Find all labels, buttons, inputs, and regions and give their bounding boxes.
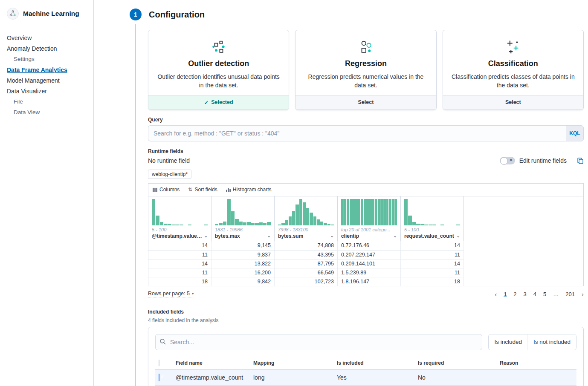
cell: 13,822: [211, 259, 275, 268]
sidebar-item-anomaly-detection[interactable]: Anomaly Detection: [7, 43, 90, 54]
column-sort-control[interactable]: @timestamp.value_count: [152, 233, 208, 239]
cell: 11: [401, 250, 464, 259]
pagination-ellipsis: …: [553, 291, 559, 297]
query-bar: KQL: [148, 125, 584, 141]
card-description: Classification predicts classes of data …: [451, 72, 576, 90]
table-row: 14 9,145 74,808 0.72.176.46 14: [148, 241, 583, 250]
filter-is-included-button[interactable]: Is included: [489, 334, 527, 350]
column-header-request-value-count: 5 - 100 request.value_count: [401, 196, 464, 241]
page-2-button[interactable]: 2: [513, 291, 516, 297]
runtime-fields-label: Runtime fields: [148, 148, 584, 154]
page-201-button[interactable]: 201: [565, 291, 575, 297]
column-range: 1831 - 19986: [215, 227, 271, 232]
page-4-button[interactable]: 4: [533, 291, 536, 297]
field-name-cell: @timestamp.value_count: [176, 374, 253, 381]
cell: 18: [401, 277, 464, 286]
page-title: Configuration: [149, 10, 205, 20]
next-page-icon[interactable]: [582, 291, 584, 298]
mapping-cell: long: [253, 374, 337, 381]
regression-icon: [303, 38, 428, 57]
page-1-button[interactable]: 1: [504, 291, 507, 297]
regression-select-button[interactable]: Select: [295, 95, 436, 109]
cell: 9,842: [211, 277, 275, 286]
filter-is-not-included-button[interactable]: Is not included: [527, 334, 576, 350]
histogram-chart: [341, 199, 397, 225]
chevron-down-icon[interactable]: [394, 233, 397, 238]
cell: 87,795: [275, 259, 338, 268]
query-input[interactable]: [148, 125, 566, 141]
card-regression: Regression Regression predicts numerical…: [295, 30, 436, 110]
card-title: Classification: [451, 59, 576, 68]
chevron-down-icon[interactable]: [330, 233, 334, 238]
chevron-down-icon[interactable]: [267, 233, 271, 238]
select-all-checkbox[interactable]: [159, 360, 159, 366]
fields-filter-group: Is included Is not included: [488, 334, 576, 350]
classification-icon: [451, 38, 576, 57]
sidebar-item-data-frame-analytics[interactable]: Data Frame Analytics: [7, 64, 90, 75]
columns-button[interactable]: Columns: [153, 187, 180, 193]
sidebar-header: Machine Learning: [7, 8, 90, 20]
classification-select-button[interactable]: Select: [443, 95, 583, 109]
rows-per-page-button[interactable]: Rows per page: 5: [148, 291, 194, 297]
data-grid-body: 14 9,145 74,808 0.72.176.46 14 11 9,837 …: [148, 241, 583, 286]
kql-language-button[interactable]: KQL: [566, 125, 584, 141]
runtime-fields-row: No runtime field Edit runtime fields: [148, 157, 584, 164]
chevron-down-icon[interactable]: [457, 233, 460, 238]
table-header-row: Field name Mapping Is included Is requir…: [155, 357, 576, 370]
sidebar-item-file[interactable]: File: [14, 96, 90, 107]
grid-pagination-row: Rows per page: 5 1 2 3 4 5 … 201: [148, 291, 584, 298]
cell: 14: [148, 259, 211, 268]
runtime-fields-status: No runtime field: [148, 157, 190, 164]
machine-learning-app-icon: [7, 8, 19, 20]
column-sort-control[interactable]: bytes.max: [215, 233, 271, 239]
column-sort-control[interactable]: clientip: [341, 233, 397, 239]
histogram-chart: [278, 199, 334, 225]
sort-fields-button[interactable]: ⇅ Sort fields: [188, 187, 217, 193]
card-title: Outlier detection: [156, 59, 281, 68]
sidebar-item-data-view[interactable]: Data View: [14, 107, 90, 118]
configuration-content: Outlier detection Outlier detection iden…: [148, 30, 584, 386]
table-row: 14 13,822 87,795 0.209.144.101 14: [148, 259, 583, 268]
sidebar-item-data-visualizer[interactable]: Data Visualizer: [7, 86, 90, 96]
column-sort-control[interactable]: request.value_count: [404, 233, 460, 239]
previous-page-icon[interactable]: [495, 291, 497, 298]
pagination: 1 2 3 4 5 … 201: [495, 291, 584, 298]
histogram-charts-button[interactable]: Histogram charts: [226, 187, 272, 193]
edit-runtime-fields-toggle[interactable]: [500, 157, 515, 164]
page-5-button[interactable]: 5: [543, 291, 546, 297]
row-checkbox[interactable]: [159, 374, 159, 381]
included-fields-table: Field name Mapping Is included Is requir…: [155, 357, 576, 386]
cell: 0.209.144.101: [338, 259, 401, 268]
cell: 11: [401, 268, 464, 277]
sidebar-item-overview[interactable]: Overview: [7, 32, 90, 43]
check-icon: [204, 99, 211, 106]
column-range: 5 - 100: [404, 227, 460, 232]
cell: 9,837: [211, 250, 275, 259]
included-fields-search-row: Is included Is not included: [155, 334, 576, 350]
outlier-detection-select-button[interactable]: Selected: [148, 95, 289, 109]
column-header-is-required: Is required: [418, 360, 500, 366]
sidebar-item-settings[interactable]: Settings: [14, 54, 90, 64]
chevron-down-icon[interactable]: [204, 233, 208, 238]
sidebar: Machine Learning Overview Anomaly Detect…: [0, 0, 94, 386]
card-title: Regression: [303, 59, 428, 68]
sidebar-item-model-management[interactable]: Model Management: [7, 75, 90, 86]
table-row: @timestamp.value_count long Yes No: [155, 370, 576, 386]
column-sort-control[interactable]: bytes.sum: [278, 233, 334, 239]
cell: 9,145: [211, 241, 275, 250]
column-range: 7998 - 183100: [278, 227, 334, 232]
cell: 14: [401, 241, 464, 250]
card-classification: Classification Classification predicts c…: [443, 30, 584, 110]
cell: 1.5.239.89: [338, 268, 401, 277]
cell: 66,549: [275, 268, 338, 277]
is-required-cell: No: [418, 374, 500, 381]
column-range: top 20 of 1001 catego...: [341, 227, 397, 232]
page-3-button[interactable]: 3: [524, 291, 527, 297]
included-fields-panel: Is included Is not included Field name M…: [148, 327, 584, 386]
edit-runtime-fields-label[interactable]: Edit runtime fields: [519, 157, 567, 164]
fields-search-input[interactable]: [155, 334, 482, 350]
table-row: 11 9,837 43,395 0.207.229.147 11: [148, 250, 583, 259]
copy-icon[interactable]: [577, 157, 584, 164]
card-description: Outlier detection identifies unusual dat…: [156, 72, 281, 90]
cell: 18: [148, 277, 211, 286]
